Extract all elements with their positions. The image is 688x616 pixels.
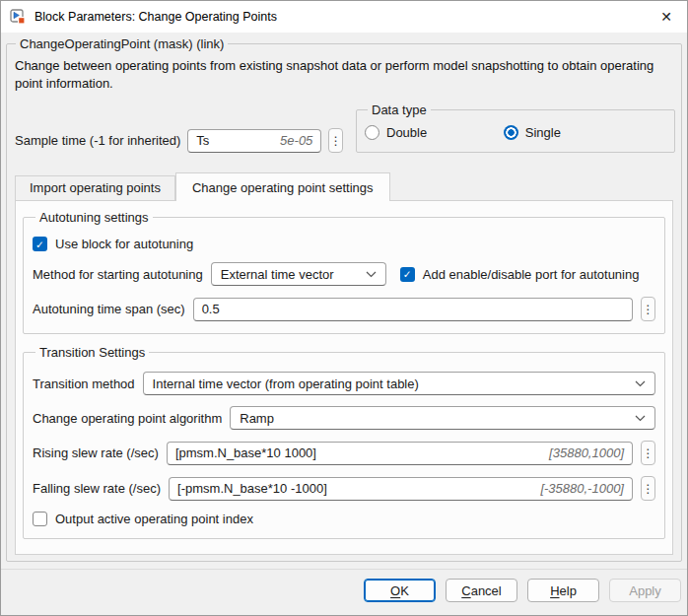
button-bar: OK Cancel Help Apply [1,569,687,615]
falling-slew-row: Falling slew rate (/sec) [-pmsm.N_base*1… [33,476,655,501]
block-parameters-dialog: Block Parameters: Change Operating Point… [0,0,688,616]
help-button-mnemonic: H [550,583,559,598]
cancel-button-mnemonic: C [461,583,470,598]
output-index-checkbox[interactable] [33,512,47,526]
autotuning-settings-group: Autotuning settings ✓ Use block for auto… [23,210,665,334]
close-icon[interactable]: ✕ [646,1,687,33]
apply-button[interactable]: Apply [609,579,681,602]
output-index-label: Output active operating point index [55,512,253,526]
transition-settings-label: Transition Settings [35,345,149,360]
tab-panel: Autotuning settings ✓ Use block for auto… [15,200,673,555]
sample-time-evaluated-hint: 5e-05 [280,133,312,148]
data-type-label: Data type [368,103,431,117]
ok-button-mnemonic: O [390,583,400,598]
algorithm-label: Change operating point algorithm [33,411,222,426]
rising-slew-row: Rising slew rate (/sec) [pmsm.N_base*10 … [33,441,655,465]
help-button-rest: elp [560,583,577,598]
algorithm-dropdown[interactable]: Ramp [230,406,655,430]
chevron-down-icon [635,415,646,422]
rising-slew-evaluated-hint: [35880,1000] [549,445,624,460]
autotuning-settings-label: Autotuning settings [35,210,153,225]
transition-method-dropdown[interactable]: Internal time vector (from operating poi… [143,372,655,395]
ok-button[interactable]: OK [364,579,436,602]
enable-port-label: Add enable/disable port for autotuning [423,267,640,282]
output-index-row: Output active operating point index [33,512,655,526]
chevron-down-icon [366,271,377,278]
tab-import-operating-points[interactable]: Import operating points [15,175,175,200]
algorithm-value: Ramp [240,411,274,426]
sample-time-value: Ts [196,133,209,148]
transition-method-label: Transition method [33,376,135,391]
transition-method-value: Internal time vector (from operating poi… [153,376,419,391]
data-type-options: Double Single [365,125,666,140]
time-span-value: 0.5 [202,302,220,316]
mask-group: ChangeOperatingPoint (mask) (link) Chang… [6,36,682,562]
rising-slew-field[interactable]: [pmsm.N_base*10 1000] [35880,1000] [167,442,633,465]
falling-slew-field[interactable]: [-pmsm.N_base*10 -1000] [-35880,-1000] [169,477,633,501]
use-block-row: ✓ Use block for autotuning [33,237,655,251]
transition-method-row: Transition method Internal time vector (… [33,372,655,395]
algorithm-row: Change operating point algorithm Ramp [33,406,655,430]
falling-slew-evaluated-hint: [-35880,-1000] [540,481,624,496]
simulink-block-icon [10,9,27,26]
sample-time-datatype-row: Sample time (-1 for inherited) Ts 5e-05 … [15,103,675,153]
time-span-more-options-icon[interactable]: ⋮ [641,297,655,321]
time-span-field[interactable]: 0.5 [193,298,633,321]
enable-port-checkbox[interactable]: ✓ [400,267,415,282]
falling-slew-label: Falling slew rate (/sec) [33,481,161,496]
dialog-body: ChangeOperatingPoint (mask) (link) Chang… [1,33,687,569]
apply-button-label: Apply [629,583,661,598]
ok-button-rest: K [400,583,409,598]
radio-single-icon[interactable] [504,125,518,140]
rising-slew-label: Rising slew rate (/sec) [33,445,159,460]
autotuning-method-row: Method for starting autotuning External … [33,262,655,286]
data-type-group: Data type Double Single [356,103,675,153]
mask-description: Change between operating points from exi… [15,57,673,93]
sample-time-row: Sample time (-1 for inherited) Ts 5e-05 … [15,128,343,153]
cancel-button[interactable]: Cancel [446,579,517,602]
window-title: Block Parameters: Change Operating Point… [34,10,277,24]
radio-double-label: Double [386,125,427,140]
autotuning-method-label: Method for starting autotuning [33,267,203,282]
radio-single-label: Single [525,125,561,140]
chevron-down-icon [635,380,646,387]
autotuning-method-dropdown[interactable]: External time vector [211,262,386,286]
transition-settings-group: Transition Settings Transition method In… [23,345,665,539]
radio-double-icon[interactable] [365,125,379,140]
sample-time-field[interactable]: Ts 5e-05 [187,129,321,153]
falling-slew-value: [-pmsm.N_base*10 -1000] [177,481,327,496]
tab-bar: Import operating points Change operating… [15,172,673,200]
use-block-label: Use block for autotuning [55,237,193,251]
rising-slew-more-options-icon[interactable]: ⋮ [641,441,655,465]
help-button[interactable]: Help [527,579,599,602]
radio-option-single[interactable]: Single [504,125,643,140]
autotuning-method-value: External time vector [221,267,334,282]
title-bar: Block Parameters: Change Operating Point… [1,1,687,33]
radio-option-double[interactable]: Double [365,125,504,140]
use-block-checkbox[interactable]: ✓ [33,237,47,251]
cancel-button-rest: ancel [471,583,502,598]
falling-slew-more-options-icon[interactable]: ⋮ [641,476,655,501]
tab-change-operating-point-settings[interactable]: Change operating point settings [175,172,390,201]
sample-time-label: Sample time (-1 for inherited) [15,133,180,148]
mask-group-label: ChangeOperatingPoint (mask) (link) [16,36,228,51]
sample-time-more-options-icon[interactable]: ⋮ [328,128,343,153]
time-span-row: Autotuning time span (sec) 0.5 ⋮ [33,297,655,321]
rising-slew-value: [pmsm.N_base*10 1000] [175,445,316,460]
time-span-label: Autotuning time span (sec) [33,302,185,316]
